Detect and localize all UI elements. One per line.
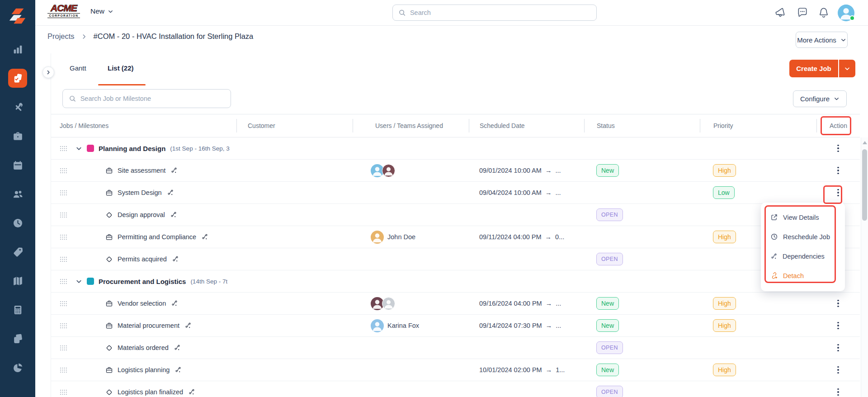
table-row: Logistics planning10/01/2024 02:00 PM→1.… [51, 359, 860, 381]
dependency-icon[interactable] [170, 211, 177, 218]
dependency-icon[interactable] [201, 233, 208, 241]
menu-item-view-details[interactable]: View Details [767, 208, 845, 227]
jobs-cell: Logistics planning [51, 366, 236, 374]
drag-handle-icon[interactable] [60, 301, 67, 307]
more-actions-button[interactable]: More Actions [796, 32, 848, 48]
sidebar-item-jobs-clipboard[interactable] [8, 69, 27, 88]
job-milestone-search-input[interactable] [80, 95, 225, 102]
breadcrumb-projects-link[interactable]: Projects [47, 32, 75, 41]
row-actions-kebab[interactable] [831, 319, 845, 332]
configure-button[interactable]: Configure [793, 90, 847, 107]
job-name: Permitting and Compliance [118, 233, 196, 241]
sidebar-item-tools[interactable] [8, 98, 27, 117]
dependency-icon[interactable] [188, 388, 195, 396]
column-header-action[interactable]: Action [816, 119, 860, 132]
drag-handle-icon[interactable] [60, 146, 67, 151]
scheduled-date: 09/04/2024 10:00 AM [479, 189, 542, 196]
column-header-jobs-milestones[interactable]: Jobs / Milestones [51, 119, 236, 132]
sidebar-item-tag[interactable] [8, 242, 27, 261]
sidebar-item-briefcase[interactable] [8, 127, 27, 146]
app-logo[interactable] [7, 5, 28, 27]
chat-icon[interactable] [797, 7, 808, 19]
dependency-icon[interactable] [170, 167, 178, 174]
megaphone-icon[interactable] [775, 7, 787, 19]
action-cell [816, 142, 860, 155]
column-header-users-teams-assigned[interactable]: Users / Teams Assigned [353, 119, 469, 132]
menu-item-detach[interactable]: Detach [767, 266, 845, 285]
create-job-dropdown-button[interactable] [839, 60, 855, 77]
dependency-icon[interactable] [167, 189, 174, 196]
table-row: Vendor selection09/16/2024 04:00 PM→...N… [51, 293, 860, 315]
column-header-priority[interactable]: Priority [700, 119, 816, 132]
jobs-cell: System Design [51, 189, 236, 197]
global-search-input[interactable] [410, 9, 591, 16]
column-header-status[interactable]: Status [584, 119, 700, 132]
date-arrow-icon: → [546, 366, 552, 373]
sidebar-item-bar-chart[interactable] [8, 40, 27, 59]
sidebar-item-clock[interactable] [8, 213, 27, 232]
new-dropdown-label: New [90, 7, 104, 15]
status-cell: OPEN [584, 208, 700, 221]
menu-item-reschedule-job[interactable]: Reschedule Job [767, 227, 845, 246]
create-job-split-button: Create Job [789, 60, 855, 77]
priority-cell: High [700, 319, 816, 332]
sidebar-item-map[interactable] [8, 271, 27, 290]
jobs-cell: Planning and Design(1st Sep - 16th Sep, … [51, 145, 236, 152]
team-icon [12, 189, 24, 200]
table-row: Logistics plan finalizedOPEN [51, 381, 860, 397]
sidebar-item-copies[interactable] [8, 329, 27, 348]
drag-handle-icon[interactable] [60, 190, 67, 196]
scroll-up-arrow[interactable] [863, 141, 867, 144]
drag-handle-icon[interactable] [60, 234, 67, 240]
sidebar-item-pie-chart[interactable] [8, 358, 27, 377]
milestone-diamond-icon [105, 388, 113, 396]
drag-handle-icon[interactable] [60, 389, 67, 395]
expand-panel-button[interactable] [42, 66, 54, 78]
jobs-cell: Materials ordered [51, 344, 236, 352]
row-actions-kebab[interactable] [831, 385, 845, 397]
create-job-button[interactable]: Create Job [789, 60, 838, 77]
sidebar-item-team[interactable] [8, 184, 27, 203]
menu-item-dependencies[interactable]: Dependencies [767, 246, 845, 266]
milestone-name: Design approval [118, 211, 165, 218]
users-cell: John Doe [353, 231, 469, 244]
job-icon [105, 233, 113, 241]
priority-badge: Low [713, 186, 735, 199]
row-actions-kebab[interactable] [831, 297, 845, 310]
drag-handle-icon[interactable] [60, 212, 67, 218]
vertical-scrollbar[interactable] [861, 137, 868, 397]
drag-handle-icon[interactable] [60, 323, 67, 329]
drag-handle-icon[interactable] [60, 168, 67, 174]
bell-icon[interactable] [818, 7, 830, 19]
date-arrow-icon: → [545, 189, 552, 196]
dependency-icon[interactable] [171, 300, 178, 307]
dependency-icon[interactable] [175, 366, 182, 373]
dependency-icon[interactable] [174, 344, 181, 351]
sidebar-item-calendar[interactable] [8, 156, 27, 175]
dependency-icon[interactable] [184, 322, 192, 329]
dependency-icon[interactable] [172, 255, 179, 263]
row-actions-kebab[interactable] [831, 186, 845, 199]
status-cell: New [584, 319, 700, 332]
drag-handle-icon[interactable] [60, 279, 67, 284]
row-actions-kebab[interactable] [831, 142, 845, 155]
tab-list[interactable]: List (22) [108, 64, 134, 72]
column-header-customer[interactable]: Customer [236, 119, 353, 132]
drag-handle-icon[interactable] [60, 256, 67, 262]
row-actions-kebab[interactable] [831, 164, 845, 177]
drag-handle-icon[interactable] [60, 367, 67, 373]
new-dropdown[interactable]: New [90, 7, 113, 15]
column-header-scheduled-date[interactable]: Scheduled Date [469, 119, 584, 132]
sidebar-item-calculator[interactable] [8, 300, 27, 319]
drag-handle-icon[interactable] [60, 345, 67, 351]
tab-gantt[interactable]: Gantt [70, 64, 86, 72]
scrollbar-thumb[interactable] [862, 149, 867, 221]
chevron-down-icon[interactable] [75, 145, 82, 152]
status-cell: New [584, 297, 700, 310]
date-arrow-icon: → [545, 233, 552, 241]
row-actions-kebab[interactable] [831, 341, 845, 354]
acme-corporation-logo[interactable]: ACME CORPORATION [47, 3, 80, 18]
row-actions-kebab[interactable] [831, 363, 845, 377]
chevron-down-icon[interactable] [75, 278, 82, 285]
status-badge: New [596, 319, 619, 332]
